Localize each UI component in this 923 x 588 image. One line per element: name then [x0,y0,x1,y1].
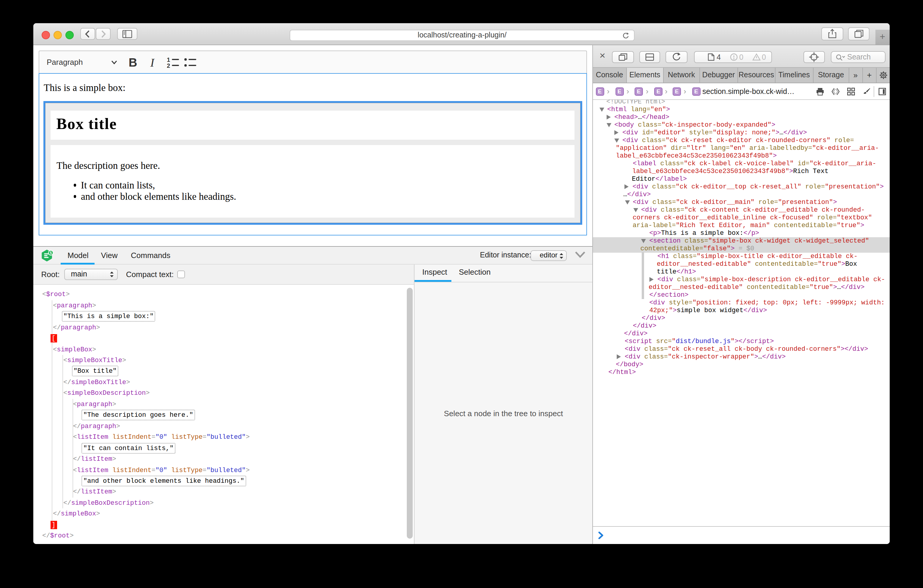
svg-text:4: 4 [717,53,721,61]
svg-text:0: 0 [762,53,766,61]
svg-text:0: 0 [739,53,743,61]
svg-text:5: 5 [50,251,52,255]
